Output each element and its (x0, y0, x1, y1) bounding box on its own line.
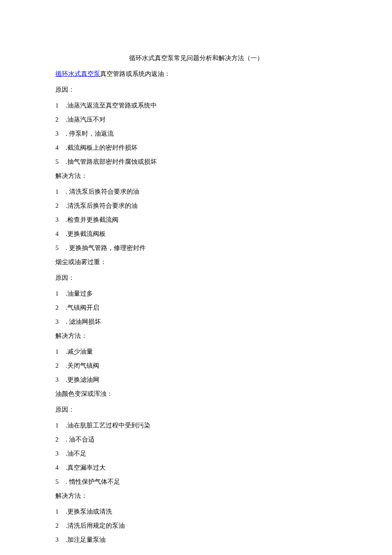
list-item: 4.截流阀板上的密封件损坏 (55, 141, 337, 155)
cause-label: 原因： (55, 403, 337, 417)
list-item: 2. 油不合适 (55, 433, 337, 447)
document-body: 原因：1.油蒸汽返流至真空管路或系统中2.油蒸汽压不对3. 停泵时，油返流4.截… (55, 83, 337, 547)
list-item: 5. 惰性保护气体不足 (55, 475, 337, 489)
intro-text: 真空管路或系统内返油： (100, 70, 170, 77)
list-item: 4.真空漏率过大 (55, 461, 337, 475)
cause-label: 原因： (55, 83, 337, 97)
list-item: 1. 清洗泵后换符合要求的油 (55, 185, 337, 199)
list-item: 1.油在肮脏工艺过程中受到污染 (55, 418, 337, 433)
solution-label: 解决方法： (55, 329, 337, 343)
list-item: 2.关闭气镇阀 (55, 359, 337, 373)
list-item: 2.清洗后用规定的泵油 (55, 519, 337, 533)
cause-label: 原因： (55, 271, 337, 285)
section-heading: 油颜色变深或浑浊： (55, 387, 337, 401)
list-item: 1.减少油量 (55, 345, 337, 359)
list-item: 3. 滤油网损坏 (55, 315, 337, 329)
list-item: 2.清洗泵后换符合要求的油 (55, 199, 337, 213)
document-title: 循环水式真空泵常见问题分析和解决方法（一） (55, 51, 337, 65)
list-item: 5.抽气管路底部密封件腐蚀或损坏 (55, 155, 337, 169)
list-item: 3.更换滤油网 (55, 373, 337, 387)
list-item: 3.加注足量泵油 (55, 533, 337, 547)
list-item: 4.更换截流阀板 (55, 227, 337, 241)
solution-label: 解决方法： (55, 489, 337, 503)
section-heading: 烟尘或油雾过重： (55, 255, 337, 269)
list-item: 3.油不足 (55, 447, 337, 461)
intro-line: 循环水式真空泵真空管路或系统内返油： (55, 67, 337, 81)
list-item: 2.气镇阀开启 (55, 301, 337, 315)
list-item: 3.检查并更换截流阀 (55, 213, 337, 227)
list-item: 2.油蒸汽压不对 (55, 113, 337, 127)
solution-label: 解决方法： (55, 169, 337, 183)
list-item: 1.油量过多 (55, 287, 337, 301)
list-item: 1.油蒸汽返流至真空管路或系统中 (55, 99, 337, 113)
list-item: 5. 更换抽气管路，修理密封件 (55, 241, 337, 255)
pump-link[interactable]: 循环水式真空泵 (55, 70, 100, 77)
list-item: 3. 停泵时，油返流 (55, 127, 337, 141)
list-item: 1.更换泵油或清洗 (55, 505, 337, 519)
